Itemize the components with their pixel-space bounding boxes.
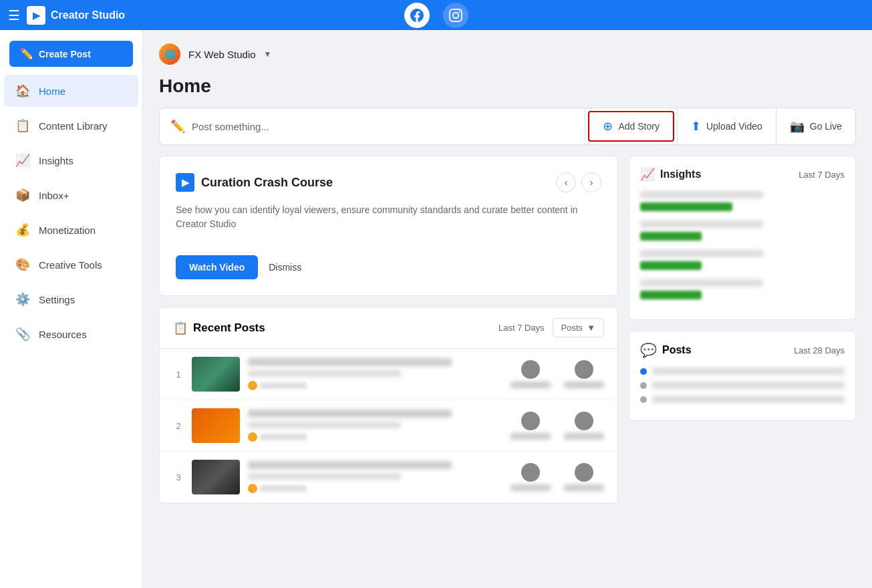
facebook-icon-btn[interactable]: [404, 3, 430, 28]
sidebar-item-label: Monetization: [39, 225, 96, 236]
metric-value: [640, 261, 702, 270]
metric-value: [640, 202, 732, 211]
post-info: [248, 358, 502, 390]
insights-icon: 📈: [640, 167, 655, 182]
posts-widget-title: 💬 Posts: [640, 342, 692, 358]
upload-video-label: Upload Video: [706, 121, 762, 132]
content-library-icon: 📋: [15, 118, 31, 134]
post-date-text: [260, 434, 307, 440]
settings-icon: ⚙️: [15, 291, 31, 307]
sidebar-item-label: Resources: [39, 329, 87, 340]
edit-icon: ✏️: [170, 119, 185, 134]
chevron-down-icon[interactable]: ▼: [264, 49, 272, 59]
create-post-label: Create Post: [39, 49, 91, 59]
insights-widget: 📈 Insights Last 7 Days: [629, 156, 856, 320]
dismiss-button[interactable]: Dismiss: [269, 262, 301, 273]
post-bar: ✏️ Post something... ⊕ Add Story ⬆ Uploa…: [159, 108, 856, 145]
curation-actions: Watch Video Dismiss: [176, 255, 601, 279]
sidebar-item-resources[interactable]: 📎 Resources: [4, 318, 138, 350]
hamburger-icon[interactable]: ☰: [8, 7, 20, 23]
post-something-input[interactable]: ✏️ Post something...: [160, 111, 585, 142]
stat-icon: [521, 412, 540, 430]
posts-period: Last 28 Days: [794, 345, 845, 355]
page-title: Home: [159, 76, 856, 97]
sidebar-item-creative-tools[interactable]: 🎨 Creative Tools: [4, 249, 138, 281]
sidebar-item-inbox[interactable]: 📦 Inbox+: [4, 179, 138, 211]
resources-icon: 📎: [15, 326, 31, 342]
sidebar-item-settings[interactable]: ⚙️ Settings: [4, 283, 138, 315]
sidebar-item-insights[interactable]: 📈 Insights: [4, 144, 138, 176]
post-title: [248, 410, 452, 418]
post-date: [248, 381, 502, 390]
curation-card: ▶ Curation Crash Course ‹ › See how you …: [159, 156, 618, 296]
chat-icon: 💬: [640, 342, 657, 358]
post-info: [248, 461, 502, 493]
sidebar-item-label: Inbox+: [39, 190, 69, 201]
post-date: [248, 432, 502, 442]
topbar: ☰ ▶ Creator Studio: [0, 0, 872, 30]
recent-posts-title-text: Recent Posts: [193, 321, 265, 335]
sidebar-item-label: Content Library: [39, 120, 108, 132]
metric-label: [652, 382, 845, 389]
posts-metric-3: [640, 396, 845, 403]
stat-icon: [575, 463, 593, 482]
metric-dot: [640, 368, 647, 375]
sidebar-item-label: Home: [39, 86, 65, 97]
post-rank: 1: [173, 370, 184, 380]
sidebar-item-monetization[interactable]: 💰 Monetization: [4, 214, 138, 246]
post-placeholder: Post something...: [192, 121, 269, 132]
go-live-button[interactable]: 📷 Go Live: [776, 108, 855, 144]
recent-posts-card: 📋 Recent Posts Last 7 Days Posts ▼: [159, 307, 618, 504]
curation-title-row: ▶ Curation Crash Course ‹ ›: [176, 172, 601, 192]
recent-posts-controls: Last 7 Days Posts ▼: [498, 318, 604, 337]
studio-avatar: 🌐: [159, 43, 180, 65]
plus-circle-icon: ⊕: [603, 119, 613, 134]
post-info: [248, 410, 502, 442]
insights-period: Last 7 Days: [798, 170, 845, 180]
instagram-icon-btn[interactable]: [443, 3, 468, 28]
recent-posts-period: Last 7 Days: [498, 323, 545, 333]
sidebar-item-label: Settings: [39, 294, 75, 305]
monetization-icon: 💰: [15, 222, 31, 238]
next-arrow[interactable]: ›: [581, 172, 601, 192]
metric-label: [652, 396, 845, 403]
sidebar-item-label: Creative Tools: [39, 259, 102, 271]
stat-col: [511, 360, 551, 388]
table-row: 3: [160, 452, 617, 503]
home-icon: 🏠: [15, 83, 31, 99]
stat-col: [511, 412, 551, 440]
post-thumbnail: [192, 460, 240, 494]
metric-dot: [640, 382, 647, 389]
play-icon: ▶: [176, 173, 194, 192]
post-date-text: [260, 485, 307, 492]
studio-name: FX Web Studio: [188, 49, 256, 60]
post-stats: [511, 360, 604, 388]
upload-video-button[interactable]: ⬆ Upload Video: [677, 108, 776, 144]
watch-video-button[interactable]: Watch Video: [176, 255, 258, 279]
add-story-button[interactable]: ⊕ Add Story: [588, 111, 674, 142]
create-post-button[interactable]: ✏️ Create Post: [9, 41, 133, 67]
create-icon: ✏️: [20, 47, 33, 60]
sidebar-item-content-library[interactable]: 📋 Content Library: [4, 110, 138, 142]
inbox-icon: 📦: [15, 187, 31, 203]
metric-value: [640, 291, 702, 299]
recent-posts-header: 📋 Recent Posts Last 7 Days Posts ▼: [160, 307, 617, 349]
stat-value: [564, 382, 604, 388]
prev-arrow[interactable]: ‹: [556, 172, 576, 192]
stat-col: [564, 360, 604, 388]
stat-value: [564, 484, 604, 491]
sidebar-item-label: Insights: [39, 155, 74, 166]
post-rank: 2: [173, 421, 184, 431]
post-date: [248, 484, 502, 493]
posts-filter-label: Posts: [561, 323, 583, 333]
stat-value: [511, 382, 551, 388]
content-area: 🌐 FX Web Studio ▼ Home ✏️ Post something…: [143, 30, 872, 588]
sidebar-item-home[interactable]: 🏠 Home: [4, 75, 138, 107]
post-subtitle: [248, 473, 401, 480]
insights-title: 📈 Insights: [640, 167, 701, 182]
posts-widget-title-text: Posts: [662, 344, 692, 356]
metric-label: [652, 368, 845, 375]
posts-filter-dropdown[interactable]: Posts ▼: [553, 318, 604, 337]
stat-icon: [521, 360, 540, 379]
post-actions: ⊕ Add Story ⬆ Upload Video 📷 Go Live: [585, 108, 855, 144]
